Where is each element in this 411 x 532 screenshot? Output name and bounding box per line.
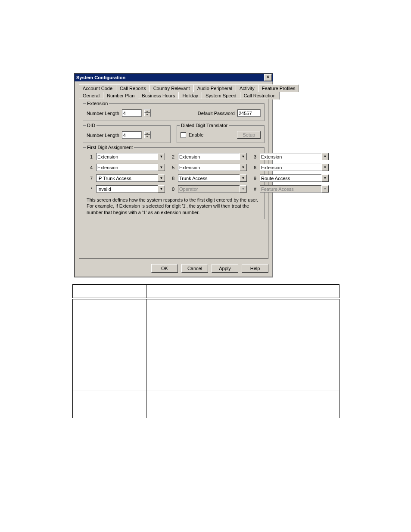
fda-combo-7[interactable]: ▼ — [96, 174, 165, 182]
did-group: DID Number Length ▴ ▾ — [83, 125, 171, 143]
fda-combo-input[interactable] — [260, 164, 321, 171]
tabs: Account Code Call Reports Country Releva… — [79, 84, 268, 99]
tab-audio-peripheral[interactable]: Audio Peripheral — [193, 84, 236, 92]
chevron-down-icon: ▼ — [240, 185, 247, 193]
tab-number-plan[interactable]: Number Plan — [103, 92, 138, 100]
chevron-down-icon[interactable]: ▼ — [158, 174, 165, 182]
chevron-down-icon[interactable]: ▼ — [158, 185, 165, 193]
fda-digit-label: 8 — [168, 176, 174, 181]
ext-number-length-spinner[interactable]: ▴ ▾ — [144, 109, 151, 117]
fda-combo-input[interactable] — [96, 185, 158, 193]
table-header-desc — [146, 285, 339, 299]
table-header-param — [73, 285, 146, 299]
fda-digit-label: 1 — [87, 154, 93, 159]
dialog-buttons: OK Cancel Apply Help — [79, 264, 268, 273]
chevron-down-icon[interactable]: ▼ — [321, 153, 329, 160]
fda-combo-input[interactable] — [96, 153, 158, 160]
ext-number-length-label: Number Length — [87, 111, 119, 116]
fda-combo-input[interactable] — [260, 153, 321, 160]
extension-group: Extension Number Length ▴ ▾ Default Pass… — [83, 103, 265, 121]
chevron-down-icon[interactable]: ▼ — [240, 174, 247, 182]
chevron-down-icon[interactable]: ▼ — [321, 164, 329, 171]
fda-combo-input — [260, 185, 321, 193]
default-password-label: Default Password — [198, 111, 235, 116]
chevron-up-icon[interactable]: ▴ — [144, 131, 150, 135]
fda-combo-1[interactable]: ▼ — [96, 153, 165, 160]
tab-feature-profiles[interactable]: Feature Profiles — [258, 84, 299, 92]
ddt-enable-label: Enable — [189, 132, 203, 137]
fda-combo-input[interactable] — [96, 164, 158, 171]
fda-digit-label: 4 — [87, 165, 93, 170]
fda-combo-input[interactable] — [96, 174, 158, 182]
fda-digit-label: 9 — [250, 176, 256, 181]
cancel-button[interactable]: Cancel — [181, 264, 208, 273]
ddt-setup-button[interactable]: Setup — [237, 131, 261, 139]
ok-button[interactable]: OK — [151, 264, 178, 273]
ext-number-length-input[interactable] — [122, 109, 142, 117]
fda-combo-input[interactable] — [178, 174, 240, 182]
fda-combo-3[interactable]: ▼ — [260, 153, 329, 160]
fda-combo-input — [178, 185, 240, 193]
table-cell — [146, 391, 339, 418]
did-number-length-spinner[interactable]: ▴ ▾ — [144, 131, 151, 139]
fda-digit-label: 5 — [168, 165, 174, 170]
fda-digit-label: 0 — [168, 187, 174, 192]
did-number-length-label: Number Length — [87, 133, 119, 138]
fda-combo-input[interactable] — [178, 153, 240, 160]
apply-button[interactable]: Apply — [212, 264, 238, 273]
default-password-input[interactable] — [237, 109, 261, 117]
did-number-length-input[interactable] — [122, 131, 142, 139]
fda-digit-label: # — [250, 187, 256, 192]
table-cell — [146, 299, 339, 391]
chevron-down-icon[interactable]: ▼ — [240, 153, 247, 160]
table-cell — [73, 391, 146, 418]
fda-combo-*[interactable]: ▼ — [96, 185, 165, 193]
fda-digit-label: 7 — [87, 176, 93, 181]
chevron-down-icon[interactable]: ▼ — [158, 153, 165, 160]
tab-country-relevant[interactable]: Country Relevant — [149, 84, 194, 92]
dialed-digit-translator-group: Dialed Digit Translator Enable Setup — [177, 125, 265, 143]
chevron-down-icon[interactable]: ▼ — [158, 164, 165, 171]
fda-combo-#: ▼ — [260, 185, 329, 193]
parameter-table — [72, 284, 339, 418]
fda-legend: First Digit Assignment — [86, 145, 134, 150]
fda-combo-9[interactable]: ▼ — [260, 174, 329, 182]
chevron-down-icon[interactable]: ▼ — [240, 164, 247, 171]
fda-digit-label: 2 — [168, 154, 174, 159]
fda-combo-0: ▼ — [178, 185, 247, 193]
number-plan-panel: Extension Number Length ▴ ▾ Default Pass… — [79, 99, 268, 259]
chevron-down-icon: ▼ — [321, 185, 329, 193]
system-configuration-dialog: System Configuration × Account Code Call… — [74, 73, 273, 277]
fda-combo-5[interactable]: ▼ — [178, 164, 247, 171]
window-title: System Configuration — [75, 75, 264, 80]
fda-digit-label: * — [87, 187, 93, 192]
ddt-enable-checkbox[interactable] — [181, 132, 186, 138]
tab-call-reports[interactable]: Call Reports — [116, 84, 150, 92]
chevron-down-icon[interactable]: ▼ — [321, 174, 329, 182]
chevron-up-icon[interactable]: ▴ — [144, 109, 150, 113]
chevron-down-icon[interactable]: ▾ — [144, 135, 150, 138]
tab-account-code[interactable]: Account Code — [79, 84, 116, 92]
fda-combo-2[interactable]: ▼ — [178, 153, 247, 160]
table-cell — [73, 299, 146, 391]
tab-activity[interactable]: Activity — [236, 84, 258, 92]
fda-digit-label: 3 — [250, 154, 256, 159]
fda-combo-6[interactable]: ▼ — [260, 164, 329, 171]
did-legend: DID — [86, 123, 97, 128]
fda-combo-input[interactable] — [178, 164, 240, 171]
first-digit-assignment-group: First Digit Assignment 1▼2▼3▼4▼5▼6▼7▼8▼9… — [83, 147, 265, 219]
fda-combo-input[interactable] — [260, 174, 321, 182]
fda-combo-4[interactable]: ▼ — [96, 164, 165, 171]
help-button[interactable]: Help — [242, 264, 268, 273]
extension-legend: Extension — [86, 101, 109, 106]
titlebar: System Configuration × — [75, 74, 273, 81]
chevron-down-icon[interactable]: ▾ — [144, 113, 150, 116]
ddt-legend: Dialed Digit Translator — [180, 123, 229, 128]
fda-combo-8[interactable]: ▼ — [178, 174, 247, 182]
fda-help-text: This screen defines how the system respo… — [87, 197, 261, 215]
fda-digit-label: 6 — [250, 165, 256, 170]
close-icon[interactable]: × — [264, 74, 272, 81]
